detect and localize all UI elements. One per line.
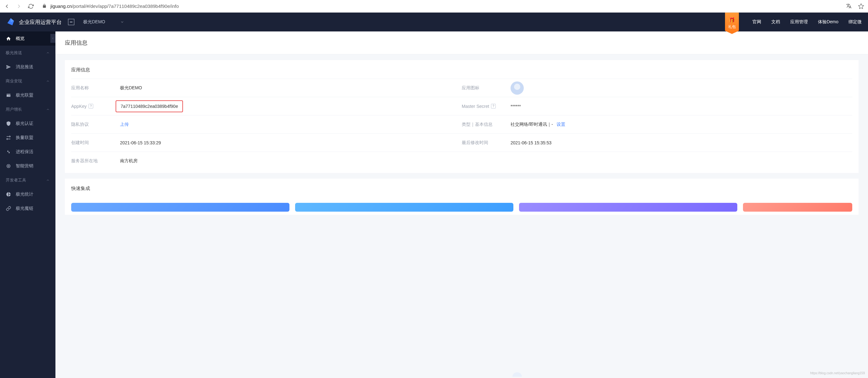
chevron-down-icon: [120, 20, 124, 24]
logo-icon: [6, 18, 15, 26]
link-icon: [6, 206, 11, 211]
nav-docs[interactable]: 文档: [771, 19, 780, 25]
sidebar-collapse-toggle[interactable]: [51, 34, 56, 43]
star-icon[interactable]: [858, 3, 864, 9]
quick-card[interactable]: [743, 203, 852, 212]
row-appname: 应用名称 极光DEMO 应用图标: [71, 79, 852, 97]
sidebar-item-label: 智能营销: [16, 163, 33, 169]
value-created: 2021-06-15 15:33:29: [120, 140, 161, 145]
quick-title: 快速集成: [71, 179, 852, 197]
sidebar-item-label: 极光魔链: [16, 206, 33, 211]
nav-arrows: [4, 3, 34, 9]
app-icon-avatar[interactable]: [510, 81, 524, 95]
lock-icon: [42, 4, 47, 9]
gift-label: 礼包: [728, 24, 736, 30]
sidebar-item-magiclink[interactable]: 极光魔链: [0, 201, 56, 215]
value-modified: 2021-06-15 15:35:53: [510, 140, 552, 145]
watermark: https://blog.csdn.net/yaochangliang159: [810, 371, 865, 375]
sidebar-item-exchange[interactable]: 换量联盟: [0, 131, 56, 145]
sidebar-item-auth[interactable]: 极光认证: [0, 116, 56, 131]
target-icon: [6, 163, 11, 169]
swap-icon: [6, 135, 11, 141]
help-icon[interactable]: ?: [89, 104, 93, 108]
svg-point-1: [7, 164, 10, 168]
sidebar-item-overview[interactable]: 概览: [0, 31, 56, 45]
translate-icon[interactable]: [846, 3, 852, 9]
app-selector-label: 极光DEMO: [83, 19, 105, 25]
pie-icon: [6, 192, 11, 197]
quick-card[interactable]: [71, 203, 289, 212]
help-icon[interactable]: ?: [491, 104, 496, 108]
svg-point-2: [8, 165, 9, 167]
svg-marker-0: [859, 3, 864, 8]
label-mastersecret: Master Secret ?: [462, 104, 510, 109]
label-typeinfo: 类型｜基本信息: [462, 122, 510, 127]
quick-card[interactable]: [519, 203, 737, 212]
back-button[interactable]: [4, 3, 10, 9]
sidebar-item-label: 极光统计: [16, 192, 33, 197]
quick-card[interactable]: [295, 203, 514, 212]
value-mastersecret: ******: [510, 104, 521, 109]
nav-official[interactable]: 官网: [752, 19, 761, 25]
shield-icon: [6, 121, 11, 127]
sidebar-item-message-push[interactable]: 消息推送: [0, 60, 56, 74]
value-appkey: 7a77110489c2ea0389b4f90e: [121, 104, 178, 109]
label-privacy: 隐私协议: [71, 122, 120, 127]
page-title: 应用信息: [56, 31, 868, 55]
sidebar-item-label: 消息推送: [16, 64, 33, 70]
chrome-actions: [846, 3, 864, 9]
app-info-card: 应用信息 应用名称 极光DEMO 应用图标 AppKey ?: [65, 60, 859, 173]
quick-integration-card: 快速集成: [65, 179, 859, 215]
top-header: 企业应用运营平台 极光DEMO 🎁 礼包 官网 文档 应用管理 体验Demo 绑…: [0, 12, 868, 31]
sidebar-item-label: 进程保活: [16, 149, 33, 155]
label-appkey: AppKey ?: [71, 104, 120, 109]
settings-link[interactable]: 设置: [557, 122, 565, 127]
sidebar-item-keepalive[interactable]: 进程保活: [0, 145, 56, 159]
sidebar-item-label: 概览: [16, 36, 25, 41]
label-server: 服务器所在地: [71, 158, 120, 164]
sidebar-item-label: 换量联盟: [16, 135, 33, 141]
upload-link[interactable]: 上传: [120, 122, 129, 127]
row-privacy: 隐私协议 上传 类型｜基本信息 社交网络/即时通讯｜- 设置: [71, 115, 852, 133]
sidebar-group-growth[interactable]: 用户增长: [0, 102, 56, 116]
sidebar-item-stats[interactable]: 极光统计: [0, 187, 56, 201]
label-modified: 最后修改时间: [462, 140, 510, 146]
card-title: 应用信息: [71, 60, 852, 79]
value-typeinfo: 社交网络/即时通讯｜- 设置: [510, 122, 565, 127]
sidebar-item-alliance[interactable]: 极光联盟: [0, 88, 56, 102]
gift-ribbon[interactable]: 🎁 礼包: [725, 12, 739, 34]
reload-button[interactable]: [28, 3, 34, 9]
nav-demo[interactable]: 体验Demo: [818, 19, 838, 25]
logo-area: 企业应用运营平台: [6, 18, 62, 26]
wallet-icon: [6, 93, 11, 98]
url-text: jiguang.cn/portal/#/dev/app/7a77110489c2…: [51, 3, 179, 9]
header-nav: 官网 文档 应用管理 体验Demo 绑定微: [752, 19, 862, 25]
row-appkey: AppKey ? 7a77110489c2ea0389b4f90e Master…: [71, 97, 852, 115]
label-appname: 应用名称: [71, 85, 120, 91]
heart-icon: [6, 149, 11, 155]
main-content: 应用信息 应用信息 应用名称 极光DEMO 应用图标 AppKe: [56, 31, 868, 378]
row-server: 服务器所在地 南方机房: [71, 151, 852, 170]
label-created: 创建时间: [71, 140, 120, 146]
gift-icon: 🎁: [729, 17, 735, 23]
platform-title: 企业应用运营平台: [19, 19, 62, 26]
sidebar-item-marketing[interactable]: 智能营销: [0, 159, 56, 173]
app-selector[interactable]: 极光DEMO: [83, 19, 124, 25]
row-created: 创建时间 2021-06-15 15:33:29 最后修改时间 2021-06-…: [71, 133, 852, 151]
sidebar-group-monetize[interactable]: 商业变现: [0, 74, 56, 88]
browser-chrome: jiguang.cn/portal/#/dev/app/7a77110489c2…: [0, 0, 868, 12]
sidebar: 概览 极光推送 消息推送 商业变现 极光联盟 用户增长 极光认证 换量联: [0, 31, 56, 378]
collapse-header-icon[interactable]: [68, 19, 74, 25]
home-icon: [6, 36, 11, 41]
sidebar-group-push[interactable]: 极光推送: [0, 45, 56, 60]
nav-bind[interactable]: 绑定微: [848, 19, 862, 25]
label-appicon: 应用图标: [462, 85, 510, 91]
value-appname: 极光DEMO: [120, 85, 142, 91]
sidebar-item-label: 极光联盟: [16, 93, 33, 98]
sidebar-group-devtools[interactable]: 开发者工具: [0, 173, 56, 187]
appkey-highlight: 7a77110489c2ea0389b4f90e: [116, 100, 183, 112]
nav-appmgmt[interactable]: 应用管理: [790, 19, 808, 25]
url-bar[interactable]: jiguang.cn/portal/#/dev/app/7a77110489c2…: [39, 3, 841, 9]
forward-button[interactable]: [16, 3, 22, 9]
value-server: 南方机房: [120, 158, 137, 164]
